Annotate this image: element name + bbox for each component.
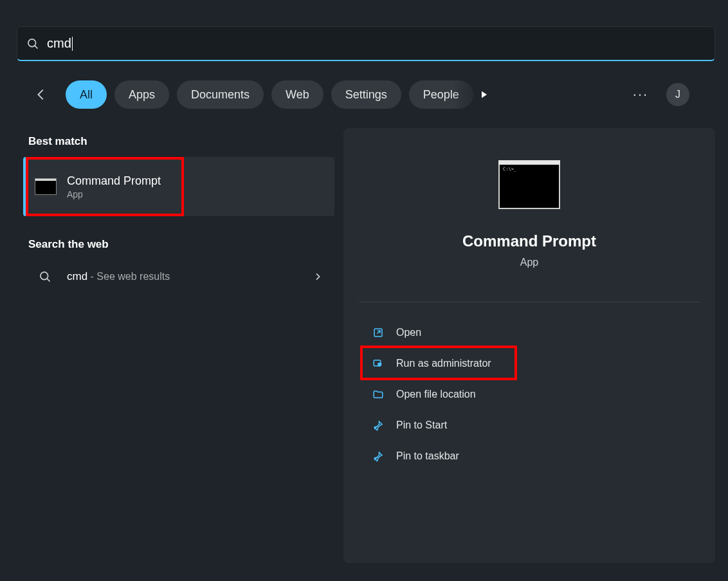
svg-point-0	[28, 39, 36, 46]
best-match-text: Command Prompt App	[67, 174, 161, 199]
cmd-preview-icon	[498, 160, 560, 209]
action-run-admin-label: Run as administrator	[396, 358, 491, 369]
search-web-header: Search the web	[28, 238, 334, 251]
filter-scroll-right[interactable]	[452, 80, 493, 109]
filter-documents[interactable]: Documents	[177, 80, 264, 109]
svg-marker-2	[482, 91, 487, 98]
pin-icon	[372, 450, 385, 462]
action-run-admin[interactable]: Run as administrator	[363, 348, 696, 379]
search-input[interactable]: cmd	[47, 36, 71, 51]
text-caret	[72, 37, 73, 51]
svg-point-3	[41, 272, 48, 280]
search-icon	[39, 270, 51, 283]
action-open[interactable]: Open	[363, 317, 696, 348]
best-match-title: Command Prompt	[67, 174, 161, 188]
svg-line-1	[35, 46, 37, 48]
search-web-row[interactable]: cmd - See web results	[23, 260, 334, 293]
action-open-location[interactable]: Open file location	[363, 379, 696, 410]
open-icon	[372, 327, 385, 338]
admin-shield-icon	[372, 358, 385, 369]
pin-icon	[372, 420, 385, 431]
filter-web[interactable]: Web	[271, 80, 323, 109]
action-pin-taskbar-label: Pin to taskbar	[396, 450, 459, 462]
search-bar[interactable]: cmd	[17, 26, 715, 61]
filter-pills: All Apps Documents Web Settings People F…	[66, 80, 493, 109]
best-match-header: Best match	[28, 135, 334, 148]
search-web-query: cmd	[67, 270, 87, 282]
action-open-label: Open	[396, 327, 421, 338]
filter-row: All Apps Documents Web Settings People F…	[28, 80, 715, 109]
action-open-location-label: Open file location	[396, 389, 476, 400]
preview-card: Command Prompt App Open Run as administr…	[343, 128, 715, 563]
back-button[interactable]	[28, 82, 54, 107]
preview-subtitle: App	[343, 257, 715, 268]
filter-apps[interactable]: Apps	[114, 80, 169, 109]
folder-icon	[372, 389, 385, 400]
avatar[interactable]: J	[666, 83, 689, 106]
search-icon	[26, 37, 39, 50]
results-left: Best match Command Prompt App Search the…	[23, 135, 334, 293]
action-pin-taskbar[interactable]: Pin to taskbar	[363, 441, 696, 472]
filter-all[interactable]: All	[66, 80, 107, 109]
action-pin-start-label: Pin to Start	[396, 420, 447, 431]
best-match-subtitle: App	[67, 189, 161, 199]
cmd-icon	[35, 178, 57, 195]
chevron-right-icon	[313, 272, 323, 282]
search-web-suffix: - See web results	[87, 271, 170, 282]
action-pin-start[interactable]: Pin to Start	[363, 410, 696, 441]
overflow-button[interactable]: ···	[628, 80, 653, 109]
preview-title: Command Prompt	[343, 232, 715, 250]
filter-settings[interactable]: Settings	[331, 80, 401, 109]
search-web-label: cmd - See web results	[67, 270, 170, 283]
preview-actions: Open Run as administrator Open file loca…	[363, 317, 696, 472]
svg-line-4	[47, 279, 50, 281]
divider	[359, 302, 700, 302]
best-match-result[interactable]: Command Prompt App	[23, 157, 334, 216]
